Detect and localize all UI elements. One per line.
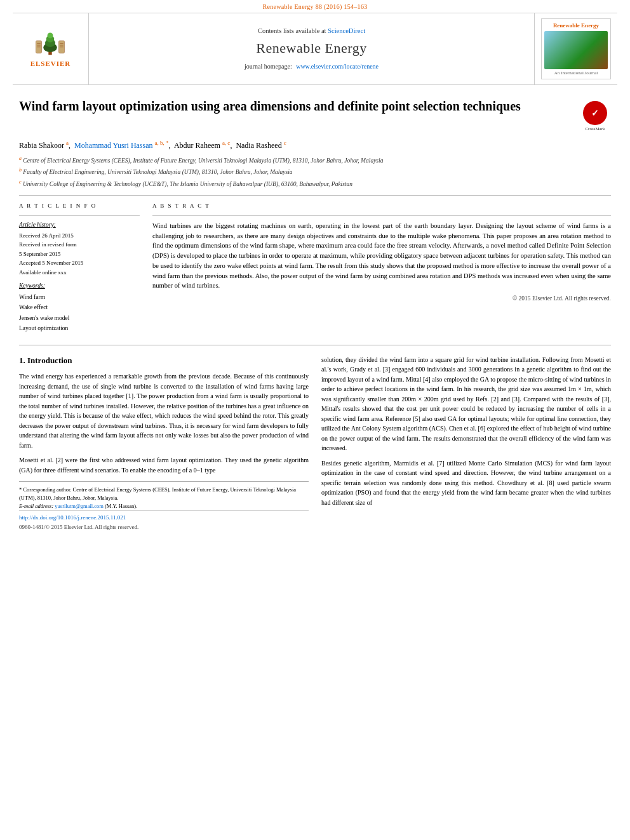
- divider-1: [19, 195, 611, 196]
- intro-right-column: solution, they divided the wind farm int…: [321, 355, 611, 531]
- issn-line: 0960-1481/© 2015 Elsevier Ltd. All right…: [19, 523, 309, 531]
- right-logo-image: [544, 31, 608, 69]
- received-revised-label: Received in revised form: [19, 240, 140, 249]
- affiliation-c: c University College of Engineering & Te…: [19, 178, 611, 189]
- divider-info: [19, 215, 140, 216]
- email-link[interactable]: yusrilutm@gmail.com: [55, 503, 104, 509]
- keyword-2: Wake effect: [19, 302, 140, 312]
- article-info-label: A R T I C L E I N F O: [19, 202, 140, 210]
- journal-header: ELSEVIER Contents lists available at Sci…: [13, 13, 617, 85]
- footnote-corresponding: * Corresponding author. Centre of Electr…: [19, 486, 309, 502]
- article-info-abstract: A R T I C L E I N F O Article history: R…: [19, 202, 611, 338]
- affiliation-b: b Faculty of Electrical Engineering, Uni…: [19, 166, 611, 177]
- article-content: Wind farm layout optimization using area…: [0, 85, 630, 531]
- journal-center-info: Contents lists available at ScienceDirec…: [89, 13, 535, 84]
- doi-link[interactable]: http://dx.doi.org/10.1016/j.renene.2015.…: [19, 514, 309, 522]
- footnote-email: E-mail address: yusrilutm@gmail.com (M.Y…: [19, 502, 309, 510]
- divider-abstract: [152, 215, 611, 216]
- contents-line: Contents lists available at ScienceDirec…: [258, 27, 365, 36]
- keyword-4: Layout optimization: [19, 323, 140, 333]
- revised-date: 5 September 2015: [19, 250, 140, 258]
- introduction-section: 1. Introduction The wind energy has expe…: [19, 355, 611, 531]
- paper-title: Wind farm layout optimization using area…: [19, 98, 573, 114]
- keyword-3: Jensen's wake model: [19, 313, 140, 323]
- accepted-date: Accepted 5 November 2015: [19, 258, 140, 267]
- journal-logo-right: Renewable Energy An International Journa…: [535, 13, 617, 84]
- article-history: Article history: Received 26 April 2015 …: [19, 221, 140, 277]
- divider-2: [19, 345, 611, 345]
- received-date: Received 26 April 2015: [19, 231, 140, 240]
- right-logo-subtitle: An International Journal: [544, 70, 608, 77]
- svg-text:✓: ✓: [591, 108, 599, 118]
- doi-section: http://dx.doi.org/10.1016/j.renene.2015.…: [19, 510, 309, 531]
- crossmark-icon: ✓: [583, 101, 607, 125]
- svg-point-4: [48, 32, 53, 38]
- elsevier-logo-left: ELSEVIER: [13, 13, 89, 84]
- article-info-column: A R T I C L E I N F O Article history: R…: [19, 202, 140, 338]
- elsevier-name-text: ELSEVIER: [30, 59, 71, 69]
- crossmark: ✓ CrossMark: [579, 101, 611, 133]
- copyright-line: © 2015 Elsevier Ltd. All rights reserved…: [152, 295, 611, 303]
- journal-title: Renewable Energy: [256, 39, 366, 58]
- available-online: Available online xxx: [19, 268, 140, 277]
- crossmark-label: CrossMark: [585, 126, 605, 133]
- homepage-line: journal homepage: www.elsevier.com/locat…: [245, 62, 379, 71]
- affiliations: a Centre of Electrical Energy Systems (C…: [19, 155, 611, 189]
- history-title: Article history:: [19, 221, 140, 229]
- footnote-section: * Corresponding author. Centre of Electr…: [19, 481, 309, 510]
- paper-title-section: Wind farm layout optimization using area…: [19, 85, 611, 139]
- keyword-1: Wind farm: [19, 292, 140, 302]
- homepage-link[interactable]: www.elsevier.com/locate/renene: [296, 63, 379, 70]
- intro-left-column: 1. Introduction The wind energy has expe…: [19, 355, 309, 531]
- affiliation-a: a Centre of Electrical Energy Systems (C…: [19, 155, 611, 165]
- intro-paragraph-1: The wind energy has experienced a remark…: [19, 371, 309, 450]
- sciencedirect-link[interactable]: ScienceDirect: [328, 27, 365, 34]
- keywords-group: Keywords: Wind farm Wake effect Jensen's…: [19, 282, 140, 333]
- abstract-column: A B S T R A C T Wind turbines are the bi…: [152, 202, 611, 338]
- authors-line: Rabia Shakoor a, Mohammad Yusri Hassan a…: [19, 139, 611, 151]
- journal-issue-text: Renewable Energy 88 (2016) 154–163: [263, 3, 368, 10]
- intro-right-paragraph-1: solution, they divided the wind farm int…: [321, 355, 611, 453]
- journal-issue-bar: Renewable Energy 88 (2016) 154–163: [0, 0, 630, 13]
- right-logo-title: Renewable Energy: [544, 22, 608, 30]
- abstract-label: A B S T R A C T: [152, 202, 611, 210]
- intro-paragraph-2: Mosetti et al. [2] were the first who ad…: [19, 455, 309, 475]
- keywords-title: Keywords:: [19, 282, 140, 290]
- intro-right-paragraph-2: Besides genetic algorithm, Marmidis et a…: [321, 458, 611, 508]
- abstract-text: Wind turbines are the biggest rotating m…: [152, 221, 611, 291]
- section-title: 1. Introduction: [19, 355, 309, 366]
